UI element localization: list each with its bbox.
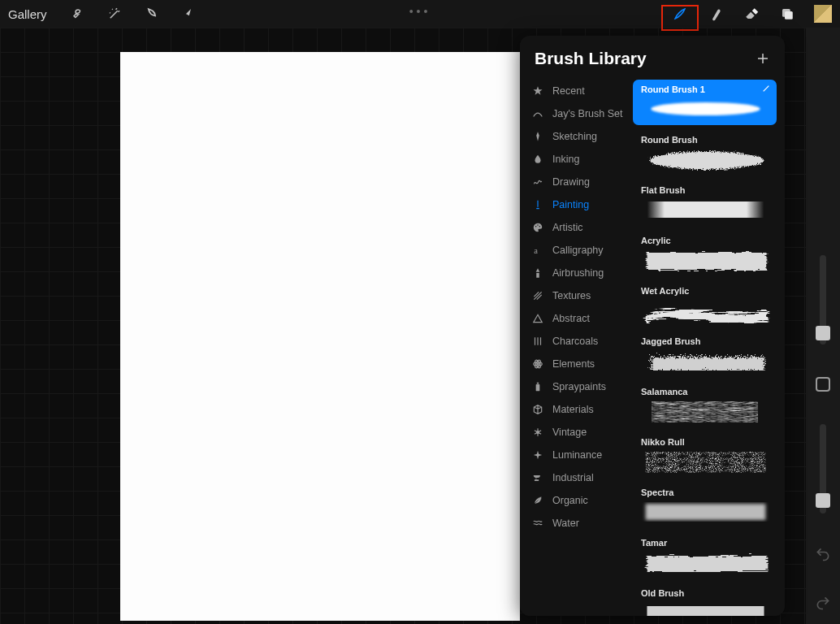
brush-preview (641, 398, 770, 424)
category-artistic[interactable]: Artistic (520, 216, 630, 239)
category-label: Luminance (552, 449, 602, 461)
category-airbrushing[interactable]: Airbrushing (520, 262, 630, 284)
category-vintage[interactable]: Vintage (520, 421, 630, 444)
hatch-icon (531, 289, 544, 302)
svg-rect-10 (536, 384, 540, 391)
star-icon (531, 84, 544, 98)
category-list: Recent Jay's Brush Set Sketching Inking … (520, 76, 630, 616)
brush-preview (641, 448, 770, 474)
brush-tool-icon[interactable] (671, 5, 689, 23)
brush-salamanca[interactable]: Salamanca (633, 382, 777, 427)
svg-rect-17 (648, 354, 762, 369)
redo-icon[interactable] (815, 595, 831, 611)
brush-acrylic[interactable]: Acrylic (633, 231, 777, 276)
cube-icon (531, 403, 544, 416)
category-sketching[interactable]: Sketching (520, 125, 630, 148)
brush-list: Round Brush 1 Round Brush Flat Brush Acr… (630, 76, 785, 616)
svg-rect-16 (646, 251, 766, 269)
category-industrial[interactable]: Industrial (520, 466, 630, 489)
svg-rect-20 (646, 504, 766, 520)
asterisk-icon (531, 426, 544, 439)
brush-wet-acrylic[interactable]: Wet Acrylic (633, 281, 777, 327)
sparkle-icon (531, 448, 544, 462)
wrench-icon[interactable] (70, 5, 88, 23)
svg-rect-21 (646, 554, 766, 570)
wand-icon[interactable] (106, 5, 123, 23)
category-spraypaints[interactable]: Spraypaints (520, 375, 630, 398)
category-inking[interactable]: Inking (520, 148, 630, 171)
brush-preview (641, 348, 770, 374)
category-label: Drawing (552, 176, 590, 188)
undo-icon[interactable] (815, 546, 831, 562)
brush-label: Round Brush 1 (641, 84, 705, 94)
category-label: Airbrushing (552, 267, 604, 279)
brush-round-brush[interactable]: Round Brush (633, 130, 777, 176)
brush-spectra[interactable]: Spectra (633, 483, 777, 528)
brush-label: Round Brush (641, 135, 698, 145)
opacity-slider[interactable] (820, 424, 826, 514)
brush-label: Jagged Brush (641, 336, 700, 346)
svg-rect-15 (647, 202, 764, 218)
category-organic[interactable]: Organic (520, 489, 630, 512)
category-water[interactable]: Water (520, 512, 630, 535)
triangle-icon (531, 312, 544, 325)
size-slider-thumb[interactable] (816, 326, 830, 340)
category-textures[interactable]: Textures (520, 284, 630, 307)
category-label: Textures (552, 290, 591, 301)
category-label: Inking (552, 154, 579, 165)
color-swatch[interactable] (814, 5, 832, 23)
brush-size-slider[interactable] (820, 255, 826, 344)
svg-point-6 (537, 363, 539, 365)
category-painting[interactable]: Painting (520, 193, 630, 216)
svg-point-14 (648, 150, 762, 168)
category-label: Charcoals (552, 336, 598, 347)
brush-label: Spectra (641, 488, 673, 497)
selection-icon[interactable] (141, 5, 159, 23)
brush-preview (641, 96, 770, 122)
category-materials[interactable]: Materials (520, 398, 630, 421)
brush-old-brush[interactable]: Old Brush (633, 583, 777, 616)
brush-label: Salamanca (641, 387, 687, 396)
brush-label: Old Brush (641, 588, 684, 598)
category-calligraphy[interactable]: a Calligraphy (520, 239, 630, 262)
add-brush-icon[interactable] (756, 51, 770, 66)
pencil-icon (531, 130, 544, 143)
category-label: Artistic (552, 222, 583, 233)
eraser-tool-icon[interactable] (743, 5, 760, 23)
svg-point-13 (651, 102, 760, 115)
panel-title: Brush Library (535, 49, 647, 68)
brush-nikko-rull[interactable]: Nikko Rull (633, 432, 777, 478)
category-luminance[interactable]: Luminance (520, 444, 630, 466)
svg-point-3 (537, 224, 539, 226)
category-elements[interactable]: Elements (520, 353, 630, 375)
brush-round-brush-1[interactable]: Round Brush 1 (633, 80, 777, 125)
category-abstract[interactable]: Abstract (520, 307, 630, 330)
category-drawing[interactable]: Drawing (520, 171, 630, 193)
brush-preview (641, 247, 770, 273)
brush-tamar[interactable]: Tamar (633, 533, 777, 578)
canvas[interactable] (120, 52, 520, 621)
svg-text:a: a (534, 246, 538, 255)
layers-icon[interactable] (778, 5, 796, 23)
category-charcoals[interactable]: Charcoals (520, 330, 630, 353)
smudge-tool-icon[interactable] (707, 5, 725, 23)
category-recent[interactable]: Recent (520, 80, 630, 102)
gallery-button[interactable]: Gallery (8, 7, 47, 21)
category-jay-s-brush-set[interactable]: Jay's Brush Set (520, 102, 630, 125)
brush-jagged-brush[interactable]: Jagged Brush (633, 332, 777, 377)
modify-button[interactable] (816, 377, 830, 392)
brush-label: Nikko Rull (641, 437, 685, 447)
can-icon (531, 380, 544, 393)
brush-preview (641, 146, 770, 172)
brush-preview (641, 197, 770, 223)
brush-library-panel: Brush Library Recent Jay's Brush Set Ske… (520, 36, 785, 616)
svg-rect-19 (646, 452, 766, 473)
anvil-icon (531, 471, 544, 484)
a-icon: a (531, 244, 544, 257)
opacity-slider-thumb[interactable] (816, 493, 830, 508)
more-icon[interactable]: ••• (409, 5, 431, 18)
right-sidebar (806, 28, 840, 624)
transform-arrow-icon[interactable] (177, 5, 195, 23)
brush-flat-brush[interactable]: Flat Brush (633, 180, 777, 226)
top-toolbar: Gallery ••• (0, 0, 840, 28)
